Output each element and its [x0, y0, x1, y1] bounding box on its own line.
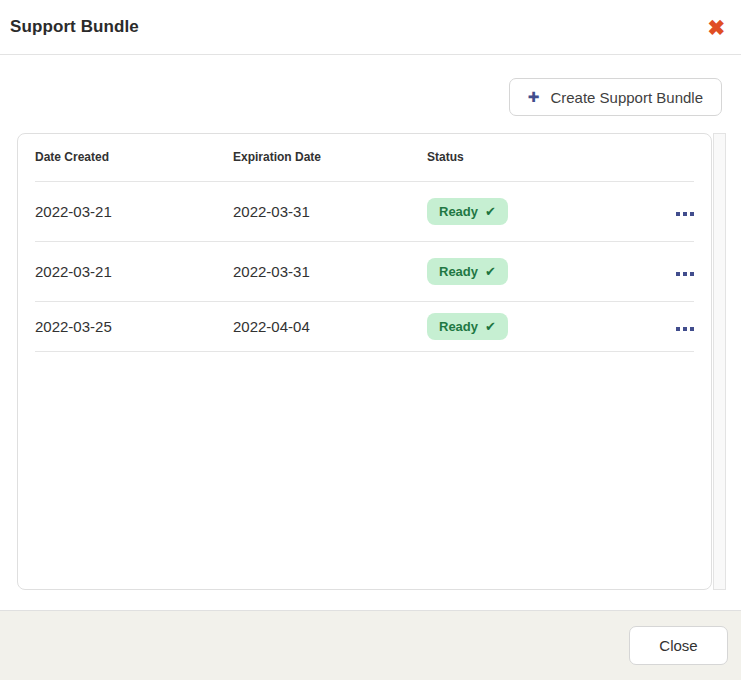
column-header-date-created: Date Created	[35, 134, 233, 181]
toolbar: ✚ Create Support Bundle	[0, 78, 741, 116]
close-icon[interactable]: ✖	[705, 15, 727, 40]
cell-actions	[634, 241, 694, 301]
check-icon: ✔	[485, 205, 496, 218]
support-bundle-table: Date Created Expiration Date Status 2022…	[35, 134, 694, 352]
status-badge: Ready ✔	[427, 313, 508, 340]
table-area: Date Created Expiration Date Status 2022…	[17, 133, 726, 590]
more-actions-button[interactable]	[676, 268, 694, 280]
column-header-actions	[634, 134, 694, 181]
status-badge: Ready ✔	[427, 198, 508, 225]
status-label: Ready	[439, 319, 478, 334]
cell-actions	[634, 181, 694, 241]
table-row: 2022-03-21 2022-03-31 Ready ✔	[35, 241, 694, 301]
cell-date-created: 2022-03-21	[35, 181, 233, 241]
more-actions-button[interactable]	[676, 208, 694, 220]
plus-icon: ✚	[528, 90, 540, 104]
cell-date-created: 2022-03-21	[35, 241, 233, 301]
create-support-bundle-button[interactable]: ✚ Create Support Bundle	[509, 78, 722, 116]
check-icon: ✔	[485, 320, 496, 333]
check-icon: ✔	[485, 265, 496, 278]
support-bundle-modal: Support Bundle ✖ ✚ Create Support Bundle…	[0, 0, 741, 680]
cell-status: Ready ✔	[427, 301, 634, 351]
scrollbar-track[interactable]	[713, 133, 726, 590]
cell-expiration-date: 2022-03-31	[233, 241, 427, 301]
table-header-row: Date Created Expiration Date Status	[35, 134, 694, 181]
column-header-status: Status	[427, 134, 634, 181]
more-actions-button[interactable]	[676, 323, 694, 335]
table-row: 2022-03-21 2022-03-31 Ready ✔	[35, 181, 694, 241]
create-button-label: Create Support Bundle	[550, 89, 703, 106]
ellipsis-icon	[676, 212, 680, 216]
cell-status: Ready ✔	[427, 241, 634, 301]
cell-expiration-date: 2022-03-31	[233, 181, 427, 241]
support-bundle-table-card: Date Created Expiration Date Status 2022…	[17, 133, 712, 590]
cell-date-created: 2022-03-25	[35, 301, 233, 351]
cell-status: Ready ✔	[427, 181, 634, 241]
column-header-expiration-date: Expiration Date	[233, 134, 427, 181]
cell-actions	[634, 301, 694, 351]
close-button[interactable]: Close	[629, 626, 728, 665]
status-label: Ready	[439, 264, 478, 279]
cell-expiration-date: 2022-04-04	[233, 301, 427, 351]
ellipsis-icon	[676, 272, 680, 276]
status-label: Ready	[439, 204, 478, 219]
ellipsis-icon	[676, 327, 680, 331]
status-badge: Ready ✔	[427, 258, 508, 285]
modal-header: Support Bundle ✖	[0, 0, 741, 55]
modal-footer: Close	[0, 610, 741, 680]
page-title: Support Bundle	[10, 17, 139, 37]
table-row: 2022-03-25 2022-04-04 Ready ✔	[35, 301, 694, 351]
